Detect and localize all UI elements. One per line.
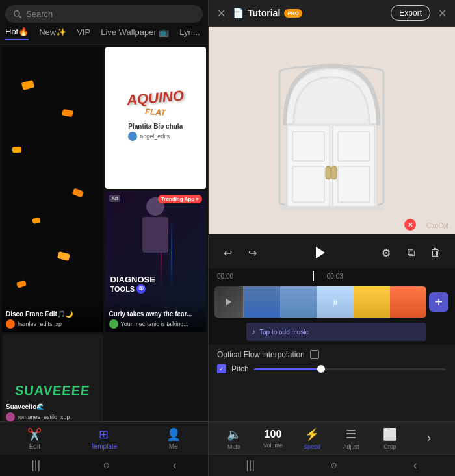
tools-circle: ①: [136, 284, 146, 294]
adjust-button[interactable]: ☰ Adjust: [338, 427, 364, 450]
redo-button[interactable]: ↪: [243, 244, 261, 262]
adjust-icon: ☰: [346, 427, 356, 442]
nav-me[interactable]: 👤 Me: [154, 427, 193, 450]
cell-title: Disco Franc Edit🎵🌙: [6, 310, 99, 318]
clip-play-icon: [226, 299, 231, 305]
tab-hot[interactable]: Hot🔥: [5, 27, 29, 40]
music-track[interactable]: ♪ Tap to add music: [246, 323, 426, 341]
diagnose-tools: TOOLS ①: [110, 284, 155, 294]
list-item[interactable]: AQUINO FLAT Plantita Bio chula angel_edi…: [105, 47, 207, 189]
pro-badge: PRO: [284, 9, 302, 18]
export-button[interactable]: Export: [391, 5, 430, 21]
undo-button[interactable]: ↩: [218, 244, 237, 262]
tab-live[interactable]: Live Wallpaper 📺: [101, 27, 169, 40]
diagnose-label: DIAGNOSE TOOLS ①: [110, 275, 155, 294]
svg-rect-13: [280, 206, 384, 211]
play-icon: [316, 247, 325, 258]
clip-thumbnail: [214, 286, 244, 318]
list-item[interactable]: Ad Trending App > DIAGNOSE TOOLS ① Curly…: [105, 191, 207, 333]
cell-author: angel_edits: [128, 132, 183, 141]
sys-nav-home-right[interactable]: ○: [331, 458, 338, 472]
pitch-slider[interactable]: [254, 368, 446, 370]
music-track-row: ♪ Tap to add music: [214, 323, 448, 341]
timeline-controls: ↩ ↪ ⚙ ⧉ 🗑: [208, 234, 455, 268]
bottom-toolbar: 🔈 Mute 100 Volume ⚡ Speed ☰ Adjust ⬜ Cro…: [208, 421, 455, 454]
video-clip[interactable]: ⏸: [214, 286, 426, 318]
music-note-icon: ♪: [252, 327, 255, 336]
tab-vip[interactable]: VIP: [77, 27, 90, 40]
right-header: ✕ 📄 Tutorial PRO Export ✕: [208, 0, 455, 27]
template-icon: ⊞: [99, 427, 109, 442]
mute-button[interactable]: 🔈 Mute: [221, 427, 247, 450]
search-icon: [13, 10, 22, 19]
volume-display[interactable]: 100 Volume: [260, 429, 286, 449]
speed-icon: ⚡: [305, 427, 319, 442]
slider-thumb[interactable]: [317, 365, 325, 373]
sys-nav-home[interactable]: ○: [103, 458, 110, 472]
more-button[interactable]: ›: [416, 431, 442, 447]
bottom-nav: ✂️ Edit ⊞ Template 👤 Me: [0, 421, 208, 458]
door-illustration: [260, 46, 403, 215]
options-section: Optical Flow interpolation ✓ Pitch: [208, 345, 455, 421]
sys-nav-right: ||| ○ ‹: [208, 454, 455, 476]
left-panel: Search Hot🔥 New✨ VIP Live Wallpaper 📺 Ly…: [0, 0, 208, 476]
mute-icon: 🔈: [227, 427, 241, 442]
sys-nav-bars[interactable]: |||: [31, 458, 40, 472]
suave-text: SUAVEEEE: [14, 383, 90, 398]
nav-template[interactable]: ⊞ Template: [84, 427, 124, 450]
edit-icon: ✂️: [27, 427, 42, 442]
pitch-label: Pitch: [231, 364, 249, 373]
search-bar[interactable]: Search: [5, 5, 203, 23]
crop-label: Crop: [384, 444, 396, 450]
header-title-wrap: 📄 Tutorial PRO: [233, 8, 385, 18]
list-item[interactable]: Disco Franc Edit🎵🌙 hamlee_edits_xp: [2, 47, 103, 332]
avatar: [109, 319, 118, 329]
cell-title: Suavecito🌊: [6, 403, 99, 410]
tab-lyric[interactable]: Lyri...: [179, 27, 200, 40]
cell-author: Your mechanic is talking...: [109, 319, 203, 329]
cell-title: Curly takes away the fear...: [109, 310, 203, 318]
mute-label: Mute: [228, 444, 240, 450]
settings-button[interactable]: ⚙: [377, 244, 395, 262]
action-buttons: ⚙ ⧉ 🗑: [377, 244, 445, 262]
cell-info: Disco Franc Edit🎵🌙 hamlee_edits_xp: [2, 297, 103, 332]
timeline-area: 00:00 00:03 ⏸: [208, 268, 455, 345]
optical-flow-checkbox[interactable]: [310, 350, 319, 359]
author-name: romanes_estilo_xpp: [18, 414, 70, 420]
avatar: [128, 132, 137, 141]
timeline-ruler: 00:00 00:03: [214, 271, 448, 281]
sys-nav-left: ||| ○ ‹: [0, 455, 208, 476]
sys-nav-back[interactable]: ‹: [173, 458, 177, 472]
close-button-right[interactable]: ✕: [436, 7, 448, 19]
svg-rect-11: [326, 166, 331, 179]
music-label: Tap to add music: [259, 329, 309, 336]
tab-new[interactable]: New✨: [39, 27, 66, 40]
speed-button[interactable]: ⚡ Speed: [299, 427, 325, 450]
play-button[interactable]: [307, 241, 331, 264]
remove-icon: ✕: [408, 221, 413, 229]
volume-number: 100: [265, 429, 282, 440]
close-button[interactable]: ✕: [214, 7, 228, 19]
header-title: Tutorial: [248, 8, 280, 18]
search-placeholder: Search: [26, 9, 53, 19]
crop-button[interactable]: ⬜ Crop: [377, 427, 403, 450]
preview-area: ✕ CapCut: [208, 27, 455, 234]
delete-button[interactable]: 🗑: [426, 244, 445, 262]
cell-title: Plantita Bio chula: [128, 123, 183, 130]
ad-badge: Ad: [109, 195, 121, 202]
checkmark-icon: ✓: [219, 366, 224, 372]
panel-divider: [208, 0, 209, 476]
add-clip-button[interactable]: +: [429, 292, 448, 312]
sys-nav-bars-right[interactable]: |||: [246, 458, 255, 472]
slider-fill: [254, 368, 321, 370]
tabs-row: Hot🔥 New✨ VIP Live Wallpaper 📺 Lyri...: [0, 27, 208, 45]
right-panel: ✕ 📄 Tutorial PRO Export ✕: [208, 0, 455, 476]
avatar: [6, 412, 15, 421]
volume-label: Volume: [263, 442, 283, 449]
nav-edit[interactable]: ✂️ Edit: [15, 427, 54, 450]
copy-button[interactable]: ⧉: [402, 244, 420, 262]
pitch-row: ✓ Pitch: [217, 364, 446, 373]
sys-nav-back-right[interactable]: ‹: [413, 458, 417, 472]
pitch-checkbox[interactable]: ✓: [217, 364, 226, 373]
remove-button[interactable]: ✕: [404, 219, 416, 231]
